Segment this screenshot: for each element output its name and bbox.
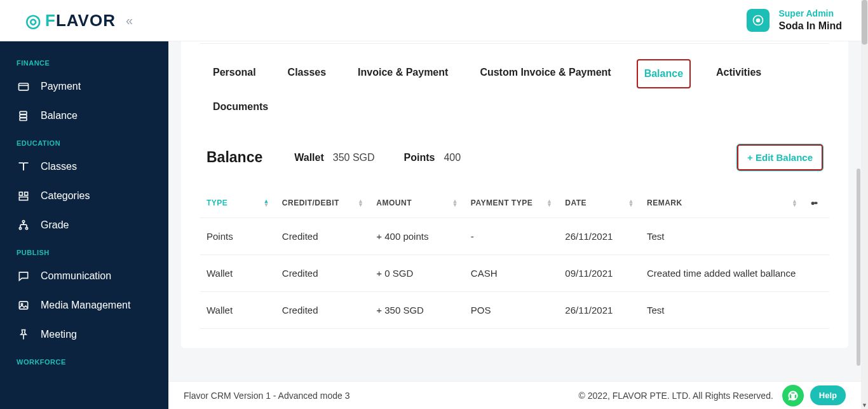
row-actions[interactable] <box>804 218 829 255</box>
row-actions[interactable] <box>804 292 829 329</box>
svg-rect-4 <box>20 111 27 114</box>
cell-amount: + 350 SGD <box>370 292 465 329</box>
sort-icon[interactable]: ▲▼ <box>452 199 458 207</box>
sidebar-item-label: Communication <box>41 270 111 282</box>
sidebar-item-label: Media Management <box>41 300 130 311</box>
sidebar-item-media[interactable]: Media Management <box>0 291 168 320</box>
cell-credit_debit: Credited <box>276 218 370 255</box>
svg-rect-2 <box>19 83 29 90</box>
points-value: 400 <box>444 152 461 163</box>
tab-classes[interactable]: Classes <box>281 59 333 88</box>
content-scrollbar[interactable] <box>856 41 861 377</box>
cell-amount: + 0 SGD <box>370 255 465 292</box>
brand-name: FLAVOR <box>45 11 116 31</box>
sidebar-item-label: Grade <box>41 219 69 231</box>
cell-type: Wallet <box>200 292 276 329</box>
svg-point-12 <box>25 227 27 229</box>
table-row: WalletCredited+ 0 SGDCASH09/11/2021Creat… <box>200 255 829 292</box>
tab-activities[interactable]: Activities <box>710 59 768 88</box>
cell-date: 26/11/2021 <box>559 218 641 255</box>
cell-date: 09/11/2021 <box>559 255 641 292</box>
cell-type: Points <box>200 218 276 255</box>
tab-balance[interactable]: Balance <box>637 59 691 88</box>
edit-balance-button[interactable]: + Edit Balance <box>737 144 823 170</box>
th-actions[interactable]: ●•• <box>804 188 829 218</box>
main-content: Nationality - PersonalClassesInvoice & P… <box>168 41 861 381</box>
sidebar-item-label: Categories <box>41 190 90 202</box>
whatsapp-button[interactable] <box>782 385 804 406</box>
balance-table: TYPE▲▼ CREDIT/DEBIT▲▼ AMOUNT▲▼ PAYMENT T… <box>200 188 829 329</box>
cell-type: Wallet <box>200 255 276 292</box>
th-date[interactable]: DATE▲▼ <box>559 188 641 218</box>
sort-icon[interactable]: ▲▼ <box>792 199 797 207</box>
chat-icon <box>17 270 31 282</box>
avatar <box>747 9 770 32</box>
sidebar-section-label: WORKFORCE <box>0 349 168 371</box>
user-role: Super Admin <box>778 8 842 20</box>
sidebar: FINANCEPaymentBalanceEDUCATIONClassesCat… <box>0 41 168 409</box>
footer-copyright: © 2022, FLAVOR PTE. LTD. All Rights Rese… <box>579 391 773 401</box>
cell-payment_type: POS <box>465 292 559 329</box>
svg-rect-8 <box>25 192 28 195</box>
cell-payment_type: CASH <box>465 255 559 292</box>
svg-point-10 <box>22 221 24 223</box>
tab-custom-invoice-payment[interactable]: Custom Invoice & Payment <box>473 59 617 88</box>
sort-icon[interactable]: ▲▼ <box>628 199 634 207</box>
points-label: Points <box>404 152 435 163</box>
pin-icon <box>17 328 31 341</box>
scrollbar-thumb[interactable] <box>862 0 867 45</box>
table-row: WalletCredited+ 350 SGDPOS26/11/2021Test <box>200 292 829 329</box>
sidebar-item-categories[interactable]: Categories <box>0 181 168 211</box>
hierarchy-icon <box>17 219 31 232</box>
row-actions[interactable] <box>804 255 829 292</box>
cell-credit_debit: Credited <box>276 292 370 329</box>
th-amount[interactable]: AMOUNT▲▼ <box>370 188 465 218</box>
table-header-row: TYPE▲▼ CREDIT/DEBIT▲▼ AMOUNT▲▼ PAYMENT T… <box>200 188 829 218</box>
svg-rect-13 <box>19 302 27 309</box>
sidebar-item-meeting[interactable]: Meeting <box>0 320 168 349</box>
balance-title: Balance <box>207 149 262 166</box>
help-button[interactable]: Help <box>810 385 846 405</box>
cell-credit_debit: Credited <box>276 255 370 292</box>
cell-payment_type: - <box>465 218 559 255</box>
card-icon <box>17 80 31 93</box>
sidebar-item-grade[interactable]: Grade <box>0 211 168 240</box>
book-icon <box>17 160 31 173</box>
sidebar-item-payment[interactable]: Payment <box>0 72 168 101</box>
svg-point-11 <box>19 227 21 229</box>
th-remark[interactable]: REMARK▲▼ <box>641 188 804 218</box>
sidebar-item-label: Meeting <box>41 329 77 340</box>
grid-icon <box>17 190 31 202</box>
sidebar-section-label: FINANCE <box>0 50 168 72</box>
topbar: ◎ FLAVOR « Super Admin Soda In Mind <box>0 0 861 41</box>
th-payment-type[interactable]: PAYMENT TYPE▲▼ <box>465 188 559 218</box>
layers-icon <box>17 109 31 122</box>
sidebar-item-communication[interactable]: Communication <box>0 261 168 291</box>
footer-version: Flavor CRM Version 1 - Advanced mode 3 <box>184 391 349 401</box>
tab-personal[interactable]: Personal <box>207 59 262 88</box>
sidebar-section-label: EDUCATION <box>0 130 168 152</box>
sidebar-item-label: Classes <box>41 161 77 172</box>
sidebar-collapse-icon[interactable]: « <box>126 13 133 28</box>
scrollbar-thumb[interactable] <box>857 169 860 366</box>
sidebar-item-balance[interactable]: Balance <box>0 101 168 130</box>
sort-icon[interactable]: ▲▼ <box>546 199 552 207</box>
sidebar-section-label: PUBLISH <box>0 240 168 261</box>
th-credit-debit[interactable]: CREDIT/DEBIT▲▼ <box>276 188 370 218</box>
th-type[interactable]: TYPE▲▼ <box>200 188 276 218</box>
sidebar-item-classes[interactable]: Classes <box>0 152 168 181</box>
svg-rect-9 <box>19 197 27 200</box>
user-org: Soda In Mind <box>778 20 842 32</box>
sort-icon[interactable]: ▲▼ <box>263 199 269 207</box>
table-row: PointsCredited+ 400 points-26/11/2021Tes… <box>200 218 829 255</box>
sort-icon[interactable]: ▲▼ <box>358 199 363 207</box>
tab-invoice-payment[interactable]: Invoice & Payment <box>351 59 454 88</box>
user-menu[interactable]: Super Admin Soda In Mind <box>747 8 842 32</box>
image-icon <box>17 299 31 312</box>
tab-documents[interactable]: Documents <box>207 94 275 120</box>
window-scrollbar[interactable]: ▲ ▼ <box>861 0 868 409</box>
svg-rect-6 <box>20 118 27 120</box>
tabs: PersonalClassesInvoice & PaymentCustom I… <box>181 44 848 129</box>
brand-logo[interactable]: ◎ FLAVOR <box>25 10 116 31</box>
sidebar-item-label: Balance <box>41 110 78 121</box>
